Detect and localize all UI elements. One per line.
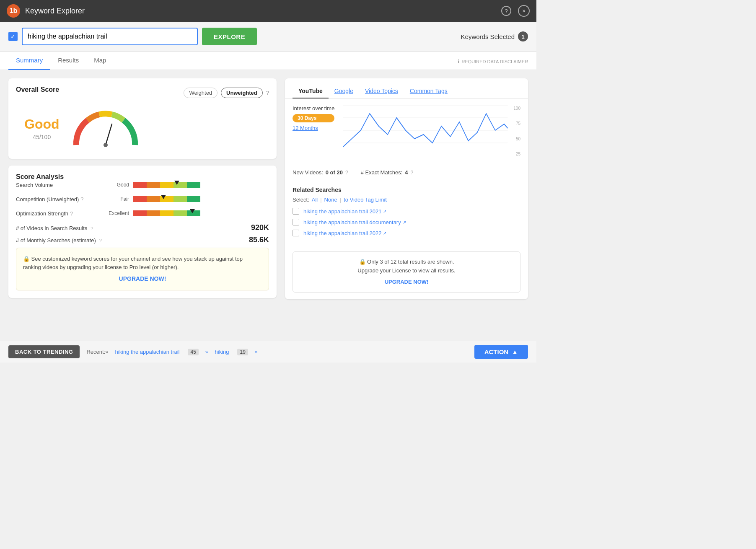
- optimization-label: Optimization Strength ?: [16, 210, 100, 217]
- app-logo: 1b: [7, 4, 20, 18]
- upgrade-notice: 🔒 Only 3 of 12 total results are shown. …: [293, 251, 520, 293]
- select-to-limit-link[interactable]: to Video Tag Limit: [344, 197, 387, 203]
- competition-row: Competition (Unweighted) ? Fair: [16, 195, 269, 203]
- related-searches-title: Related Searches: [293, 186, 520, 193]
- optimization-bar: [133, 209, 269, 218]
- upgrade-box: 🔒 See customized keyword scores for your…: [16, 248, 269, 290]
- close-button[interactable]: ×: [518, 5, 530, 17]
- tab-map[interactable]: Map: [86, 52, 114, 70]
- recent-num-1: 45: [188, 349, 198, 355]
- overall-score-card: Overall Score Weighted Unweighted ? Good…: [8, 78, 277, 159]
- overall-score-title: Overall Score: [16, 86, 59, 93]
- keywords-selected-label: Keywords Selected: [461, 33, 515, 40]
- competition-label: Competition (Unweighted) ?: [16, 196, 100, 202]
- recent-arrow-2: »: [255, 349, 258, 355]
- platform-tabs: YouTube Google Video Topics Common Tags: [285, 78, 528, 98]
- external-icon-3: ↗: [383, 231, 386, 236]
- app-title: Keyword Explorer: [25, 7, 501, 16]
- recent-num-2: 19: [237, 349, 248, 355]
- upgrade-now-link-2[interactable]: UPGRADE NOW!: [300, 278, 513, 287]
- stats-row: New Videos: 0 of 20 ? # Exact Matches: 4…: [285, 164, 528, 181]
- recent-arrow-1: »: [205, 349, 208, 355]
- recent-link-1[interactable]: hiking the appalachian trail: [115, 349, 180, 355]
- score-display: Good 45/100: [16, 105, 269, 151]
- competition-bar: [133, 195, 269, 203]
- tab-google[interactable]: Google: [329, 84, 359, 98]
- related-checkbox-1[interactable]: [293, 208, 299, 215]
- score-toggle: Weighted Unweighted ?: [184, 88, 269, 98]
- action-button[interactable]: ACTION ▲: [474, 345, 528, 359]
- score-value: Good 45/100: [24, 117, 60, 140]
- related-checkbox-3[interactable]: [293, 230, 299, 236]
- related-item-3: hiking the appalachian trail 2022 ↗: [293, 230, 520, 236]
- score-fraction: 45/100: [24, 134, 60, 140]
- select-row: Select: All | None | to Video Tag Limit: [293, 197, 520, 203]
- chart-wrapper: 100 75 50 25: [343, 105, 520, 157]
- videos-help-icon[interactable]: ?: [91, 226, 93, 231]
- related-link-2[interactable]: hiking the appalachian trail documentary…: [303, 219, 406, 225]
- score-analysis-card: Score Analysis Search Volume Good: [8, 166, 277, 298]
- recent-link-2[interactable]: hiking: [215, 349, 229, 355]
- tab-bar: Summary Results Map ℹ REQUIRED DATA DISC…: [0, 52, 536, 70]
- search-checkbox[interactable]: ✓: [8, 32, 18, 41]
- 30-days-button[interactable]: 30 Days: [293, 114, 334, 122]
- new-videos-value: 0 of 20: [326, 169, 343, 176]
- bottombar: BACK TO TRENDING Recent:» hiking the app…: [0, 341, 536, 363]
- upgrade-notice-subtext: Upgrade your License to view all results…: [357, 267, 455, 274]
- score-help-icon[interactable]: ?: [266, 90, 269, 96]
- monthly-searches-row: # of Monthly Searches (estimate) ? 85.6K: [16, 236, 269, 244]
- search-volume-row: Search Volume Good: [16, 181, 269, 189]
- titlebar-actions: ? ×: [501, 5, 530, 17]
- tab-youtube[interactable]: YouTube: [293, 84, 329, 98]
- select-none-link[interactable]: None: [324, 197, 337, 203]
- videos-in-results-row: # of Videos in Search Results ? 920K: [16, 223, 269, 232]
- explore-button[interactable]: EXPLORE: [202, 28, 257, 45]
- optimization-row: Optimization Strength ? Excellent: [16, 209, 269, 218]
- left-panel: Overall Score Weighted Unweighted ? Good…: [8, 78, 277, 332]
- monthly-searches-value: 85.6K: [249, 236, 269, 244]
- optimization-help-icon[interactable]: ?: [70, 210, 73, 217]
- monthly-searches-label: # of Monthly Searches (estimate) ?: [16, 237, 102, 243]
- recent-label: Recent:»: [86, 349, 108, 355]
- 12-months-button[interactable]: 12 Months: [293, 125, 334, 131]
- tab-video-topics[interactable]: Video Topics: [359, 84, 404, 98]
- right-panel: YouTube Google Video Topics Common Tags …: [285, 78, 528, 332]
- new-videos-stat: New Videos: 0 of 20 ?: [293, 169, 348, 176]
- exact-matches-stat: # Exact Matches: 4 ?: [361, 169, 414, 176]
- new-videos-help[interactable]: ?: [345, 170, 348, 176]
- related-checkbox-2[interactable]: [293, 219, 299, 225]
- search-input[interactable]: [22, 28, 198, 45]
- tab-common-tags[interactable]: Common Tags: [404, 84, 453, 98]
- exact-matches-value: 4: [405, 169, 408, 176]
- back-to-trending-button[interactable]: BACK TO TRENDING: [8, 345, 80, 358]
- score-header: Overall Score Weighted Unweighted ?: [16, 86, 269, 99]
- weighted-toggle[interactable]: Weighted: [184, 88, 217, 98]
- related-link-3[interactable]: hiking the appalachian trail 2022 ↗: [303, 230, 386, 236]
- titlebar: 1b Keyword Explorer ? ×: [0, 0, 536, 22]
- related-item-1: hiking the appalachian trail 2021 ↗: [293, 208, 520, 215]
- gauge-svg: [72, 109, 139, 147]
- tab-results[interactable]: Results: [50, 52, 86, 70]
- select-all-link[interactable]: All: [312, 197, 318, 203]
- videos-in-results-label: # of Videos in Search Results ?: [16, 225, 93, 231]
- tab-summary[interactable]: Summary: [8, 52, 50, 70]
- monthly-help-icon[interactable]: ?: [99, 238, 102, 243]
- external-icon-1: ↗: [383, 209, 386, 214]
- competition-help-icon[interactable]: ?: [80, 196, 83, 202]
- related-link-1[interactable]: hiking the appalachian trail 2021 ↗: [303, 208, 386, 215]
- search-volume-rating: Good: [104, 182, 129, 188]
- main-content: Overall Score Weighted Unweighted ? Good…: [0, 70, 536, 341]
- competition-rating: Fair: [104, 196, 129, 202]
- upgrade-notice-text: 🔒 Only 3 of 12 total results are shown.: [359, 259, 454, 265]
- exact-matches-label: # Exact Matches:: [361, 169, 403, 176]
- keywords-count-badge: 1: [518, 31, 528, 41]
- external-icon-2: ↗: [403, 220, 406, 225]
- upgrade-now-link[interactable]: UPGRADE NOW!: [23, 274, 262, 283]
- score-bar: [133, 210, 200, 216]
- help-button[interactable]: ?: [501, 6, 511, 16]
- svg-line-0: [106, 124, 112, 145]
- chart-area: Interest over time 30 Days 12 Months 100…: [285, 98, 528, 164]
- unweighted-toggle[interactable]: Unweighted: [221, 88, 263, 98]
- disclaimer: ℹ REQUIRED DATA DISCLAIMER: [458, 54, 528, 70]
- exact-matches-help[interactable]: ?: [411, 170, 414, 176]
